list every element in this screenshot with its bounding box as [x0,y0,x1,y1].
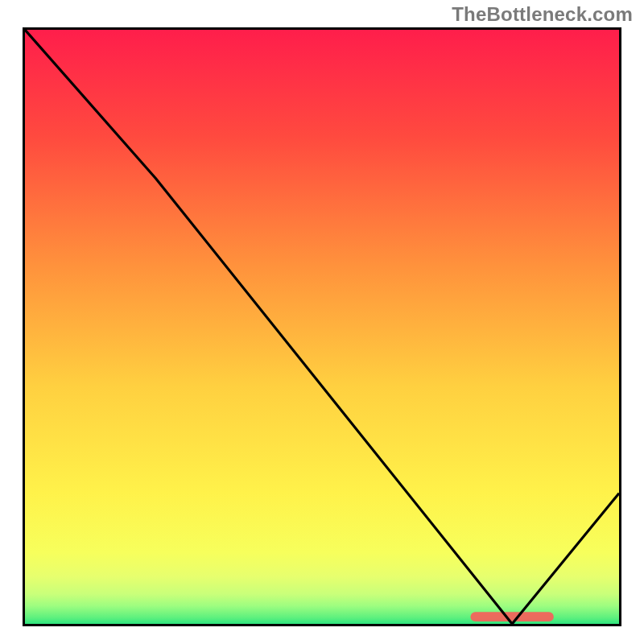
watermark-label: TheBottleneck.com [452,3,633,26]
chart-frame: TheBottleneck.com [0,0,644,644]
plot-background [25,30,619,624]
optimum-band [471,612,554,621]
plot-area [23,27,621,626]
plot-svg [25,30,619,624]
